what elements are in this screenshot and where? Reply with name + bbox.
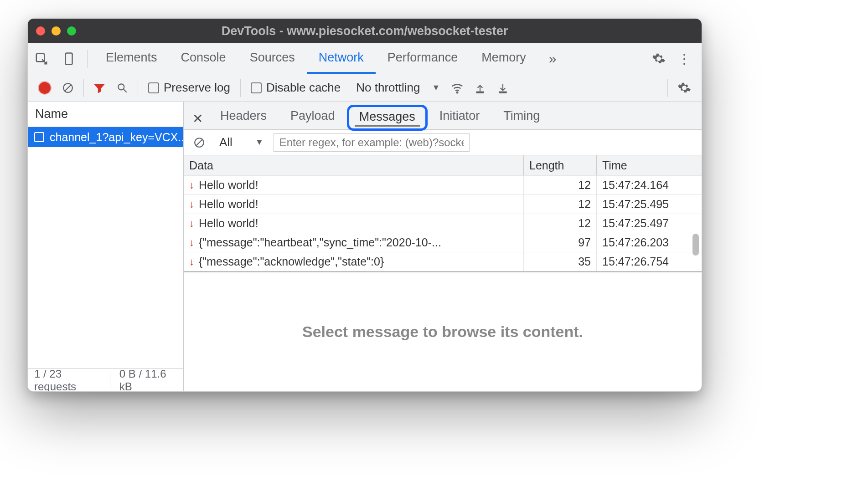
main-tabs-row: ElementsConsoleSourcesNetworkPerformance…	[28, 43, 702, 74]
upload-har-icon[interactable]	[470, 78, 490, 98]
message-time: 15:47:25.497	[597, 214, 702, 233]
arrow-down-icon: ↓	[189, 179, 194, 191]
download-har-icon[interactable]	[493, 78, 513, 98]
separator	[83, 79, 84, 97]
col-time-header[interactable]: Time	[597, 155, 702, 175]
minimize-window-button[interactable]	[52, 26, 61, 36]
requests-size: 0 B / 11.6 kB	[119, 368, 177, 392]
tab-memory[interactable]: Memory	[470, 43, 538, 74]
message-length: 12	[524, 195, 597, 214]
message-length: 35	[524, 252, 597, 271]
more-tabs-icon[interactable]: »	[542, 51, 564, 66]
messages-filter-row: All ▼	[184, 130, 702, 155]
tab-console[interactable]: Console	[169, 43, 238, 74]
message-row[interactable]: ↓Hello world!1215:47:25.497	[184, 214, 702, 233]
network-conditions-icon[interactable]	[447, 78, 467, 98]
message-row[interactable]: ↓{"message":"acknowledge","state":0}3515…	[184, 252, 702, 271]
preserve-log-checkbox[interactable]: Preserve log	[148, 81, 230, 95]
message-data: {"message":"heartbeat","sync_time":"2020…	[199, 236, 441, 249]
network-settings-gear-icon[interactable]	[673, 77, 695, 99]
close-window-button[interactable]	[36, 26, 45, 36]
detail-tab-payload[interactable]: Payload	[279, 104, 347, 130]
message-row[interactable]: ↓Hello world!1215:47:24.164	[184, 175, 702, 194]
preserve-log-label: Preserve log	[164, 81, 230, 95]
separator	[87, 50, 88, 68]
toggle-device-icon[interactable]	[57, 47, 81, 71]
traffic-lights	[36, 26, 76, 36]
tab-sources[interactable]: Sources	[238, 43, 307, 74]
svg-line-3	[65, 85, 71, 91]
filter-icon[interactable]	[89, 78, 109, 98]
window-title: DevTools - www.piesocket.com/websocket-t…	[28, 24, 702, 38]
requests-count: 1 / 23 requests	[34, 368, 101, 392]
svg-line-10	[196, 139, 202, 145]
search-icon[interactable]	[112, 78, 132, 98]
message-length: 12	[524, 176, 597, 194]
clear-log-icon[interactable]	[58, 78, 78, 98]
window-titlebar: DevTools - www.piesocket.com/websocket-t…	[28, 19, 702, 43]
request-label: channel_1?api_key=VCX...	[50, 131, 183, 144]
message-row[interactable]: ↓{"message":"heartbeat","sync_time":"202…	[184, 233, 702, 252]
svg-point-4	[118, 84, 124, 90]
messages-table: Data Length Time ↓Hello world!1215:47:24…	[184, 155, 702, 272]
message-filter-input[interactable]	[274, 133, 470, 152]
detail-tab-timing[interactable]: Timing	[491, 104, 552, 130]
close-detail-icon[interactable]: ✕	[186, 107, 208, 129]
detail-pane: ✕ HeadersPayloadMessagesInitiatorTiming …	[184, 102, 702, 391]
request-row[interactable]: channel_1?api_key=VCX...	[28, 127, 183, 147]
svg-rect-8	[500, 92, 506, 92]
arrow-down-icon: ↓	[189, 237, 194, 249]
message-time: 15:47:26.754	[597, 252, 702, 271]
message-row[interactable]: ↓Hello world!1215:47:25.495	[184, 194, 702, 214]
throttling-label: No throttling	[356, 81, 420, 95]
message-time: 15:47:26.203	[597, 233, 702, 252]
message-time: 15:47:25.495	[597, 195, 702, 214]
devtools-window: DevTools - www.piesocket.com/websocket-t…	[27, 18, 702, 392]
network-toolbar: Preserve log Disable cache No throttling…	[28, 74, 702, 102]
requests-footer: 1 / 23 requests 0 B / 11.6 kB	[28, 368, 183, 391]
message-data: Hello world!	[199, 198, 258, 211]
throttling-dropdown[interactable]: No throttling ▼	[356, 81, 440, 95]
arrow-down-icon: ↓	[189, 199, 194, 210]
requests-name-header[interactable]: Name	[28, 102, 183, 127]
svg-point-6	[457, 92, 458, 93]
more-menu-icon[interactable]: ⋮	[673, 48, 695, 70]
separator	[138, 79, 138, 97]
detail-tabs: ✕ HeadersPayloadMessagesInitiatorTiming	[184, 102, 702, 130]
col-data-header[interactable]: Data	[184, 155, 524, 175]
requests-pane: Name channel_1?api_key=VCX... 1 / 23 req…	[28, 102, 184, 391]
message-data: Hello world!	[199, 179, 258, 192]
svg-rect-7	[477, 92, 484, 92]
message-data: Hello world!	[199, 217, 258, 230]
inspect-element-icon[interactable]	[30, 47, 53, 71]
message-length: 97	[524, 233, 597, 252]
separator	[240, 79, 241, 97]
record-button[interactable]	[39, 82, 51, 94]
chevron-down-icon: ▼	[432, 83, 440, 92]
websocket-icon	[34, 132, 44, 142]
tab-performance[interactable]: Performance	[376, 43, 470, 74]
disable-cache-checkbox[interactable]: Disable cache	[251, 81, 341, 95]
tab-elements[interactable]: Elements	[94, 43, 169, 74]
clear-messages-icon[interactable]	[189, 133, 209, 153]
svg-line-5	[124, 89, 127, 92]
separator	[667, 79, 668, 97]
message-detail-placeholder: Select message to browse its content.	[184, 272, 702, 391]
chevron-down-icon: ▼	[255, 138, 264, 147]
svg-rect-1	[66, 53, 72, 64]
settings-gear-icon[interactable]	[648, 48, 670, 70]
network-body: Name channel_1?api_key=VCX... 1 / 23 req…	[28, 102, 702, 391]
message-time: 15:47:24.164	[597, 176, 702, 194]
col-length-header[interactable]: Length	[524, 155, 597, 175]
zoom-window-button[interactable]	[67, 26, 76, 36]
disable-cache-label: Disable cache	[266, 81, 341, 95]
scrollbar-thumb[interactable]	[692, 234, 699, 256]
message-data: {"message":"acknowledge","state":0}	[199, 255, 384, 268]
arrow-down-icon: ↓	[189, 218, 194, 230]
detail-tab-messages[interactable]: Messages	[347, 105, 428, 131]
detail-tab-headers[interactable]: Headers	[208, 104, 279, 130]
message-type-label: All	[219, 135, 232, 149]
tab-network[interactable]: Network	[307, 43, 376, 74]
detail-tab-initiator[interactable]: Initiator	[428, 104, 492, 130]
message-type-dropdown[interactable]: All ▼	[216, 135, 267, 149]
